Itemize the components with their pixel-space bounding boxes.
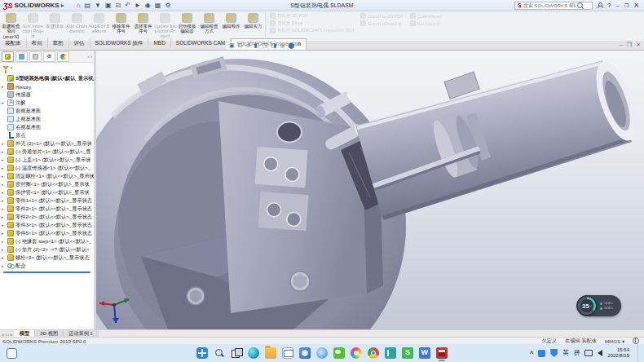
headsup-icon[interactable]: ◧ <box>254 42 259 50</box>
taskbar-app-icon[interactable] <box>385 347 396 359</box>
qat-button[interactable]: ⊟ <box>115 2 122 10</box>
headsup-icon[interactable]: ▣ <box>229 42 235 50</box>
taskbar-app-icon[interactable] <box>265 347 276 359</box>
ribbon-tab[interactable]: SOLIDWORKS CAM <box>171 38 231 48</box>
headsup-icon[interactable]: ◳ <box>262 42 268 50</box>
taskbar-clock[interactable]: 15:54 2022/8/15 <box>607 347 633 359</box>
tree-item[interactable]: ▸ 零件3<1> (默认<<默认>_显示状态 <box>0 221 94 229</box>
search-icon[interactable] <box>577 2 583 8</box>
security-shield-icon[interactable] <box>550 349 558 357</box>
help-button[interactable]: ? <box>607 2 611 9</box>
qat-button[interactable]: ↶ <box>124 2 131 10</box>
tab-propertymanager[interactable] <box>15 51 28 62</box>
taskbar-app-icon[interactable] <box>351 347 362 359</box>
expand-arrow-icon[interactable]: ▸ <box>2 84 6 89</box>
expand-arrow-icon[interactable]: ▸ <box>2 166 6 170</box>
tab-displaymanager[interactable] <box>57 51 69 62</box>
tree-root[interactable]: ▸ S型铠装热电偶 (默认<默认_显示状态-1> <box>0 74 94 82</box>
expand-arrow-icon[interactable]: ▸ <box>2 214 6 219</box>
export-menu-item[interactable]: Export to 3D PDF <box>360 13 403 19</box>
export-menu-item[interactable]: Export eDrawing <box>360 20 403 26</box>
tree-item[interactable]: ▸ 右视基准面 <box>0 123 94 131</box>
minimize-button[interactable]: – <box>615 2 619 9</box>
qat-button[interactable]: ⚙ <box>164 2 171 10</box>
expand-arrow-icon[interactable]: ▸ <box>2 141 6 146</box>
expand-arrow-icon[interactable]: ▸ <box>2 206 6 211</box>
sign-in-icon[interactable] <box>598 3 602 8</box>
expand-arrow-icon[interactable]: ▸ <box>2 157 6 162</box>
show-desktop-button[interactable] <box>637 344 641 362</box>
ribbon-button[interactable]: 移除零件序号 <box>110 11 132 41</box>
ime-mode[interactable]: 拼 <box>574 349 580 357</box>
expand-arrow-icon[interactable]: ▸ <box>2 239 6 244</box>
taskbar-app-icon[interactable] <box>316 347 328 359</box>
headsup-icon[interactable]: ↺ <box>246 42 251 50</box>
ribbon-tab[interactable]: MBD <box>148 38 170 48</box>
net-speed-overlay[interactable]: 35% 0KB/s 0KB/s <box>577 295 621 316</box>
taskbar-app-icon[interactable] <box>419 347 430 359</box>
ribbon-tab[interactable]: 装配体 <box>0 38 27 48</box>
taskbar-app-icon[interactable] <box>282 347 293 359</box>
expand-arrow-icon[interactable]: ▸ <box>2 198 6 203</box>
export-menu-item[interactable]: 导出至 2D PDF <box>270 13 354 19</box>
ribbon-tab[interactable]: 布局 <box>27 38 48 48</box>
panel-tabs-overflow[interactable]: ‹ › <box>87 54 92 59</box>
menu-expand-icon[interactable]: ▸ <box>61 2 64 9</box>
ribbon-tab[interactable]: 草图 <box>48 38 69 48</box>
tree-item[interactable]: ▸ 密封圈<1> (默认<<默认>_显示状 <box>0 180 94 188</box>
tree-item[interactable]: ▸ 前视基准面 <box>0 107 94 115</box>
doc-tab[interactable]: 模型 <box>15 330 35 337</box>
tree-item[interactable]: ▸ (-) 上盖<1> (默认<<默认>_显示状 <box>0 156 94 164</box>
tree-item[interactable]: ▸ 固定螺栓<1> (默认<<默认>_显示状 <box>0 172 94 180</box>
headsup-icon[interactable]: ◨ <box>271 42 277 50</box>
ribbon-button[interactable]: 编辑实方 <box>242 11 264 41</box>
export-menu-item[interactable]: Net-Inspect <box>410 20 442 26</box>
taskbar-app-icon[interactable] <box>248 347 259 359</box>
onedrive-icon[interactable] <box>538 350 545 357</box>
tab-featuremanager[interactable] <box>2 51 14 62</box>
doc-window-control[interactable]: ❐ <box>627 42 632 48</box>
doc-tab[interactable]: 3D 视图 <box>35 330 64 337</box>
network-icon[interactable] <box>584 350 593 356</box>
tree-filter[interactable]: ▾ <box>0 63 94 73</box>
taskbar-app-icon[interactable] <box>231 347 242 359</box>
taskbar-app-icon[interactable] <box>333 347 345 359</box>
tree-item[interactable]: ▸ (-) 温度传感器<1> (默认<<默认>_ <box>0 164 94 172</box>
status-units[interactable]: MMGS ▾ <box>605 338 624 344</box>
search-input[interactable] <box>523 3 576 8</box>
headsup-icon[interactable]: ◎ <box>280 42 285 50</box>
tray-expand-icon[interactable]: ^ <box>530 350 534 357</box>
taskbar-app-icon[interactable] <box>214 347 225 359</box>
ribbon-tab[interactable]: 评估 <box>69 38 90 48</box>
ribbon-button[interactable]: Update Inspection Project <box>154 11 176 41</box>
tree-item[interactable]: ▸ 螺栓<2> (默认<<默认>_显示状态 <box>0 254 94 262</box>
tree-item[interactable]: ▸ 上视基准面 <box>0 115 94 123</box>
tree-item[interactable]: ▸ 零件5<1> (默认<<默认>_显示状态 <box>0 229 94 237</box>
ribbon-button[interactable]: 启动模板编辑器 <box>176 11 198 41</box>
expand-arrow-icon[interactable]: ▸ <box>2 182 6 187</box>
ribbon-button[interactable]: 编辑检查方式 <box>198 11 220 41</box>
taskbar-app-icon[interactable] <box>368 347 379 359</box>
headsup-icon[interactable]: ⬤ <box>288 42 294 50</box>
taskbar-app-icon[interactable] <box>402 347 413 359</box>
ime-language[interactable]: 英 <box>562 349 569 357</box>
taskbar-app-icon[interactable] <box>299 347 311 359</box>
tree-item[interactable]: ▸ 外壳 (2)<1> (默认<<默认>_显示状 <box>0 139 94 148</box>
ribbon-button[interactable]: Add Characteristic <box>66 11 88 41</box>
volume-icon[interactable] <box>598 350 602 356</box>
expand-arrow-icon[interactable]: ▸ <box>2 231 6 236</box>
tree-item[interactable]: ▸ 原点 <box>0 131 94 139</box>
qat-button[interactable]: ▤ <box>83 2 91 10</box>
ribbon-button[interactable]: 编辑顺作 <box>220 11 242 41</box>
tree-item[interactable]: ▸ 零件1<1> (默认<<默认>_显示状态 <box>0 196 94 205</box>
tab-configurationmanager[interactable] <box>29 51 42 62</box>
ribbon-button[interactable]: 选择零件序号 <box>132 11 154 41</box>
ribbon-button[interactable]: Add/Edit Balloons <box>88 11 110 41</box>
export-menu-item[interactable]: QualityXpert <box>410 13 442 19</box>
tree-item[interactable]: ▸ History <box>0 82 94 90</box>
expand-arrow-icon[interactable]: ▸ <box>2 190 6 195</box>
tree-item[interactable]: ▸ 零件2<1> (默认<<默认>_显示状态 <box>0 205 94 213</box>
doc-window-control[interactable]: ✕ <box>636 42 641 48</box>
tree-item[interactable]: ▸ 保护管<1> (默认<<默认>_显示状 <box>0 188 94 196</box>
expand-arrow-icon[interactable]: ▸ <box>2 100 6 105</box>
